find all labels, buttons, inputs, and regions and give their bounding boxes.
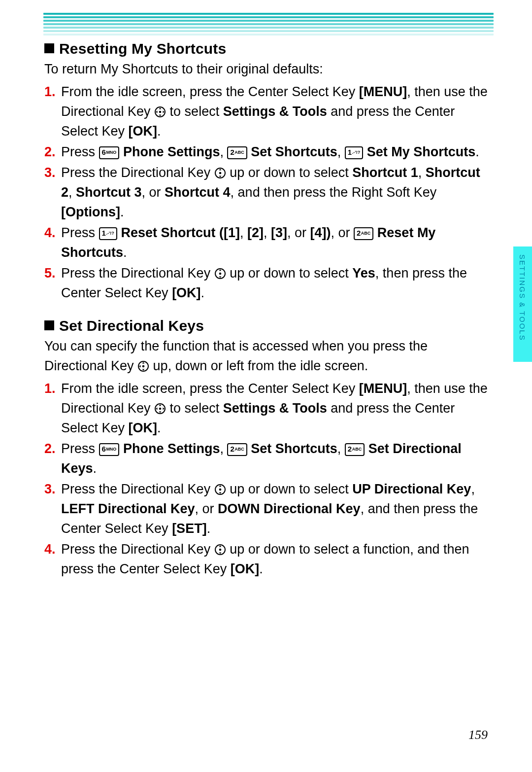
step-item: 1.From the idle screen, press the Center…	[44, 82, 489, 141]
header-stripes	[43, 13, 494, 37]
section-title-set-directional: Set Directional Keys	[44, 317, 489, 334]
text: ,	[220, 144, 227, 159]
section-title-text: Set Directional Keys	[59, 317, 204, 334]
text: Press	[61, 225, 99, 240]
dir-ud-icon	[214, 167, 226, 179]
text: ,	[264, 225, 271, 240]
text	[373, 225, 377, 240]
keypad-key-icon: 1.-’!?	[345, 146, 363, 159]
keypad-key-icon: 6MNO	[99, 146, 120, 159]
section-title-resetting: Resetting My Shortcuts	[44, 40, 489, 57]
step-item: 4.Press the Directional Key up or down t…	[44, 539, 489, 579]
section-title-text: Resetting My Shortcuts	[59, 40, 226, 57]
step-number: 2.	[44, 439, 56, 458]
dir-udl-icon	[137, 360, 149, 372]
bold-text: LEFT Directional Key	[61, 501, 195, 516]
bold-text: Phone Settings	[123, 144, 220, 159]
text: .	[201, 285, 205, 300]
bold-text: Reset Shortcut ([1]	[121, 225, 240, 240]
text	[119, 144, 123, 159]
bold-text: Shortcut 3	[76, 185, 142, 200]
step-number: 4.	[44, 223, 56, 243]
step-item: 5.Press the Directional Key up or down t…	[44, 263, 489, 303]
bold-text: Shortcut 1	[352, 165, 418, 180]
bold-text: Yes	[352, 266, 375, 281]
text	[365, 441, 368, 456]
step-item: 1.From the idle screen, press the Center…	[44, 379, 489, 438]
step-number: 2.	[44, 142, 56, 162]
text: From the idle screen, press the Center S…	[61, 381, 359, 396]
bold-text: [3]	[271, 225, 287, 240]
keypad-key-icon: 2ABC	[227, 443, 247, 456]
dir-all-icon	[154, 106, 166, 118]
text: .	[120, 205, 124, 219]
bold-text: Phone Settings	[123, 441, 220, 456]
bold-text: Settings & Tools	[223, 401, 327, 416]
text: up or down to select	[226, 482, 353, 496]
text	[363, 144, 367, 159]
dir-ud-icon	[214, 484, 226, 495]
bold-text: [OK]	[231, 561, 259, 576]
text: Press	[61, 441, 99, 456]
text: .	[207, 521, 211, 536]
keypad-key-icon: 6MNO	[99, 443, 120, 456]
text: .	[157, 421, 161, 435]
step-number: 3.	[44, 479, 56, 499]
bold-text: Set My Shortcuts	[367, 144, 476, 159]
bold-text: Set Shortcuts	[251, 144, 337, 159]
step-number: 4.	[44, 539, 56, 559]
bold-text: Set Shortcuts	[251, 441, 337, 456]
text: up, down or left from the idle screen.	[149, 358, 368, 373]
bold-text: [2]	[247, 225, 264, 240]
text: , and then press the Right Soft Key	[231, 185, 437, 200]
text: Press	[61, 144, 99, 159]
text: ,	[337, 144, 345, 159]
bold-text: DOWN Directional Key	[218, 501, 361, 516]
side-tab-label: SETTINGS & TOOLS	[518, 254, 527, 341]
bold-text: [MENU]	[359, 381, 407, 396]
text: .	[93, 461, 97, 476]
text: ,	[418, 165, 426, 180]
bold-text: [MENU]	[359, 84, 407, 99]
dir-ud-icon	[214, 544, 226, 556]
dir-all-icon	[154, 403, 166, 415]
text: to select	[166, 104, 223, 119]
text: .	[123, 245, 127, 260]
step-item: 3.Press the Directional Key up or down t…	[44, 479, 489, 538]
manual-page: Resetting My Shortcuts To return My Shor…	[0, 0, 532, 772]
text: ,	[471, 482, 475, 496]
dir-ud-icon	[214, 268, 226, 280]
step-number: 5.	[44, 263, 56, 283]
text: .	[157, 124, 161, 139]
bold-text: UP Directional Key	[352, 482, 471, 496]
section-intro: To return My Shortcuts to their original…	[44, 59, 489, 79]
text	[119, 441, 123, 456]
text: Press the Directional Key	[61, 542, 214, 557]
text: .	[475, 144, 479, 159]
text: ,	[68, 185, 76, 200]
bold-text: [4])	[310, 225, 331, 240]
text: to select	[166, 401, 223, 416]
keypad-key-icon: 2ABC	[345, 443, 365, 456]
keypad-key-icon: 1.-’!?	[99, 227, 117, 240]
text: , or	[331, 225, 354, 240]
text: up or down to select	[226, 165, 353, 180]
text: Press the Directional Key	[61, 482, 214, 496]
square-bullet-icon	[44, 43, 54, 53]
square-bullet-icon	[44, 320, 54, 330]
bold-text: Shortcut 4	[165, 185, 231, 200]
text: , or	[287, 225, 310, 240]
bold-text: [OK]	[172, 285, 200, 300]
bold-text: [SET]	[172, 521, 207, 536]
text: ,	[220, 441, 227, 456]
text: ,	[240, 225, 247, 240]
bold-text: [Options]	[61, 205, 120, 219]
text: , or	[142, 185, 165, 200]
steps-list: 1.From the idle screen, press the Center…	[44, 379, 489, 579]
text: From the idle screen, press the Center S…	[61, 84, 359, 99]
page-number: 159	[468, 728, 488, 742]
text: ,	[337, 441, 345, 456]
step-number: 3.	[44, 163, 56, 182]
step-item: 2.Press 6MNO Phone Settings, 2ABC Set Sh…	[44, 142, 489, 162]
text: Press the Directional Key	[61, 165, 214, 180]
